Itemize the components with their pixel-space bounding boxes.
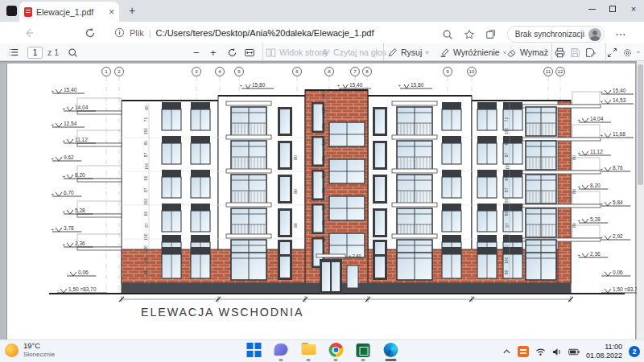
svg-text:87: 87 — [505, 187, 510, 192]
page-total-label: z 1 — [47, 43, 59, 61]
svg-text:4: 4 — [218, 68, 221, 74]
tab-strip: Elewacje_1.pdf × + × — [0, 0, 644, 22]
svg-text:65: 65 — [144, 105, 149, 110]
svg-text:80: 80 — [321, 156, 326, 161]
svg-text:+: + — [62, 209, 65, 214]
time-label: 11:00 — [605, 343, 622, 352]
svg-text:+: + — [51, 156, 54, 161]
svg-text:2: 2 — [118, 68, 121, 74]
search-icon[interactable] — [68, 43, 78, 61]
sync-profile-button[interactable]: Brak synchronizacji — [507, 26, 605, 43]
collapse-toolbar-icon[interactable]: ^ — [637, 43, 640, 61]
svg-text:8,20: 8,20 — [75, 172, 85, 178]
rotate-icon[interactable] — [227, 43, 237, 61]
url-text: C:/Users/teres/Desktop/Ania%20daleka/Ele… — [156, 28, 374, 38]
network-icon[interactable] — [535, 348, 546, 356]
new-tab-button[interactable]: + — [125, 4, 139, 19]
teams-chat-icon[interactable] — [272, 342, 291, 361]
file-explorer-icon[interactable] — [299, 342, 318, 361]
svg-text:65: 65 — [505, 176, 510, 181]
tray-app-icon[interactable] — [518, 346, 529, 357]
close-button[interactable]: × — [623, 0, 644, 18]
svg-text:15,80: 15,80 — [411, 82, 424, 88]
svg-text:12,54: 12,54 — [64, 121, 77, 126]
erase-button[interactable]: Wymaż — [506, 43, 548, 61]
tray-chevron-icon[interactable] — [502, 348, 511, 355]
collections-icon[interactable] — [485, 29, 497, 40]
pdf-settings-gear-icon[interactable] — [622, 43, 633, 61]
weather-condition-label: Słonecznie — [23, 351, 55, 358]
svg-text:+: + — [600, 133, 603, 138]
svg-text:+: + — [600, 235, 603, 240]
svg-text:8: 8 — [328, 68, 331, 74]
print-icon[interactable] — [555, 43, 565, 61]
minimize-button[interactable] — [581, 0, 602, 18]
elevation-drawing: + 2,40- 1,15 =83,85657115065871506587150… — [7, 64, 637, 339]
url-scheme-label: Plik — [130, 28, 144, 38]
svg-text:+: + — [577, 150, 580, 155]
weather-widget[interactable]: 19°C Słonecznie — [5, 342, 55, 358]
temperature-label: 19°C — [23, 342, 55, 351]
sync-status-label: Brak synchronizacji — [515, 30, 584, 39]
scrollbar-thumb[interactable] — [638, 64, 643, 185]
chrome-icon[interactable] — [327, 342, 345, 361]
svg-text:11: 11 — [546, 68, 551, 74]
svg-text:8,76: 8,76 — [613, 165, 623, 171]
svg-text:+: + — [240, 83, 242, 88]
svg-text:14,53: 14,53 — [613, 97, 626, 103]
zoom-out-button[interactable]: − — [193, 43, 200, 61]
zoom-in-button[interactable]: + — [210, 43, 217, 61]
svg-text:80: 80 — [572, 189, 576, 194]
clock[interactable]: 11:00 01.08.2022 — [586, 343, 622, 360]
svg-text:+: + — [577, 253, 580, 257]
svg-text:+: + — [577, 184, 580, 189]
fullscreen-icon[interactable] — [607, 43, 617, 61]
svg-text:+: + — [62, 106, 65, 111]
save-as-icon[interactable] — [585, 43, 596, 61]
toc-button[interactable] — [8, 43, 19, 61]
svg-text:0,06: 0,06 — [613, 269, 623, 275]
office-app-icon[interactable] — [354, 342, 373, 361]
browser-app-icon[interactable] — [6, 6, 17, 16]
pdf-file-icon — [24, 7, 32, 17]
battery-icon[interactable] — [568, 348, 580, 356]
maximize-button[interactable] — [602, 0, 623, 18]
svg-text:15,80: 15,80 — [252, 82, 266, 88]
scrollbar[interactable] — [637, 61, 644, 339]
browser-window: Elewacje_1.pdf × + × Plik | C:/Users/ter… — [0, 0, 644, 362]
svg-text:+: + — [337, 83, 340, 88]
reload-icon[interactable] — [84, 27, 97, 39]
svg-text:150: 150 — [505, 163, 510, 171]
tab-close-icon[interactable]: × — [109, 7, 114, 17]
pdf-page: + 2,40- 1,15 =83,85657115065871506587150… — [6, 64, 636, 339]
url-field[interactable]: Plik | C:/Users/teres/Desktop/Ania%20dal… — [114, 24, 374, 41]
svg-text:80: 80 — [293, 189, 298, 194]
edge-icon[interactable] — [382, 342, 400, 361]
svg-text:80: 80 — [321, 124, 326, 129]
highlight-button[interactable]: Wyróżnienie ˅ — [440, 43, 506, 61]
svg-text:150: 150 — [144, 233, 149, 241]
svg-text:+: + — [51, 88, 54, 93]
eraser-icon — [506, 47, 517, 58]
svg-text:80: 80 — [572, 223, 576, 228]
favorites-star-icon[interactable] — [464, 29, 475, 40]
svg-text:80: 80 — [293, 223, 298, 228]
fit-width-icon[interactable] — [244, 43, 255, 61]
svg-text:150: 150 — [505, 233, 510, 241]
zoom-icon[interactable] — [442, 29, 453, 40]
tab-elewacje-pdf[interactable]: Elewacje_1.pdf × — [19, 2, 119, 22]
notification-badge[interactable]: 2 — [629, 346, 640, 357]
svg-text:6,70: 6,70 — [64, 190, 74, 195]
svg-text:-: - — [67, 271, 68, 276]
svg-text:90: 90 — [321, 93, 326, 97]
svg-text:150: 150 — [144, 163, 149, 171]
svg-text:+: + — [62, 242, 65, 247]
svg-text:+: + — [51, 191, 54, 196]
svg-text:212: 212 — [321, 171, 326, 179]
draw-chevron-icon[interactable]: ˅ — [425, 49, 429, 55]
start-button[interactable] — [245, 342, 263, 361]
volume-icon[interactable] — [552, 348, 562, 356]
settings-menu-dots-icon[interactable] — [615, 29, 626, 40]
page-number-input[interactable]: 1 — [27, 43, 43, 61]
draw-button[interactable]: Rysuj ˅ — [387, 43, 429, 61]
